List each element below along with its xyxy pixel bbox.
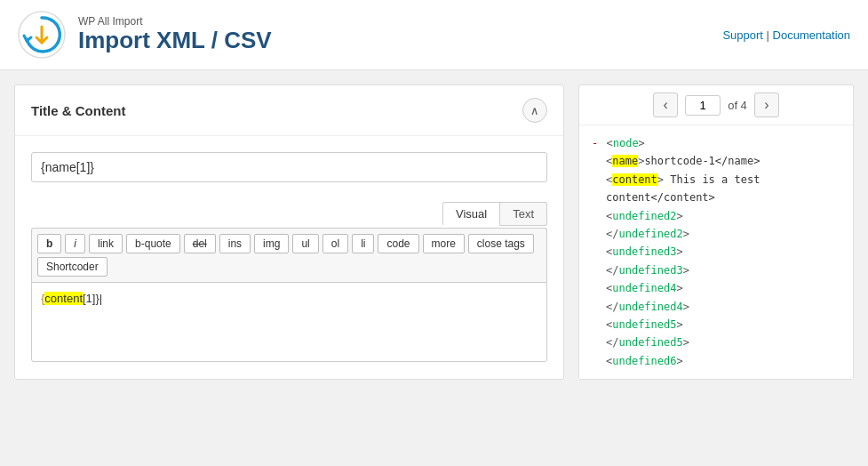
left-panel: Title & Content ∧ {name[1]} Visual Text … [14,84,564,380]
toolbar-btn-close-tags[interactable]: close tags [468,234,534,253]
nav-next-button[interactable]: › [754,92,779,117]
toolbar-btn-img[interactable]: img [254,234,289,253]
xml-undefined5-close-tag: undefined5 [618,336,682,349]
editor-toolbar: b i link b-quote del ins img ul ol li co… [31,228,547,282]
toolbar-btn-li[interactable]: li [352,234,374,253]
nav-prev-button[interactable]: ‹ [653,92,678,117]
toolbar-btn-del[interactable]: del [184,234,216,253]
xml-undefined5-open: <undefined5> [592,316,840,333]
editor-tabs: Visual Text [31,202,547,226]
panel-title: Title & Content [31,103,125,118]
content-field-rest: [1]}| [83,292,102,305]
xml-content-tag: content [612,173,657,186]
collapse-icon: ∧ [530,104,539,117]
xml-name-line: <name>shortcode-1</name> [592,152,840,170]
header-link-separator: | [767,28,773,42]
chevron-right-icon: › [764,97,768,113]
xml-undefined6-tag: undefined6 [612,355,676,367]
toolbar-btn-shortcoder[interactable]: Shortcoder [37,257,108,277]
xml-undefined5-tag: undefined5 [612,318,676,331]
tab-text[interactable]: Text [500,202,547,226]
toolbar-btn-bquote[interactable]: b-quote [126,234,180,253]
xml-content-line: <content> This is a test content</conten… [592,171,840,207]
title-field-index: [1]} [76,160,94,174]
editor-area[interactable]: {content[1]}| [31,282,547,362]
header-left: WP All Import Import XML / CSV [18,11,272,59]
xml-undefined3-open: <undefined3> [592,243,840,261]
toolbar-btn-more[interactable]: more [423,234,465,253]
chevron-left-icon: ‹ [663,97,667,113]
collapse-button[interactable]: ∧ [522,98,547,123]
xml-undefined4-open: <undefined4> [592,279,840,297]
xml-undefined3-close-tag: undefined3 [618,264,682,277]
title-field-name: name [45,160,76,174]
xml-undefined4-close-tag: undefined4 [618,301,682,313]
panel-header: Title & Content ∧ [15,85,563,136]
page-of-label: of 4 [728,99,747,112]
xml-undefined4-tag: undefined4 [612,282,676,294]
header-links: Support | Documentation [722,28,850,42]
logo-icon [18,11,66,59]
xml-viewer[interactable]: - <node> <name>shortcode-1</name> <conte… [579,125,853,379]
toolbar-btn-italic[interactable]: i [65,234,85,253]
xml-undefined3-tag: undefined3 [612,245,676,258]
panel-body: {name[1]} Visual Text b i link b-quote d… [15,136,563,378]
toolbar-btn-ul[interactable]: ul [292,234,318,253]
toolbar-btn-ins[interactable]: ins [219,234,251,253]
content-field-name: content [44,292,83,305]
header-title: Import XML / CSV [78,28,272,54]
support-link[interactable]: Support [722,28,763,42]
xml-undefined3-close: </undefined3> [592,261,840,279]
toolbar-btn-bold[interactable]: b [37,234,61,253]
title-input-field[interactable]: {name[1]} [31,152,547,182]
page-number-input[interactable] [685,95,721,116]
documentation-link[interactable]: Documentation [773,28,850,42]
xml-undefined4-close: </undefined4> [592,298,840,316]
xml-undefined5-close: </undefined5> [592,333,840,351]
tab-visual[interactable]: Visual [442,202,500,226]
xml-root-tag: node [613,137,639,149]
xml-undefined6-open: <undefined6> [592,352,840,370]
main-content: Title & Content ∧ {name[1]} Visual Text … [0,70,868,394]
toolbar-btn-link[interactable]: link [89,234,123,253]
header-title-block: WP All Import Import XML / CSV [78,15,272,54]
toolbar-btn-code[interactable]: code [378,234,418,253]
app-header: WP All Import Import XML / CSV Support |… [0,0,868,70]
editor-content: {content[1]}| [41,292,102,305]
xml-root-line: - <node> [592,134,840,152]
xml-undefined2-tag: undefined2 [612,210,676,222]
xml-undefined2-open: <undefined2> [592,207,840,225]
xml-name-tag: name [612,155,638,167]
xml-undefined2-close-tag: undefined2 [618,228,682,240]
toolbar-btn-ol[interactable]: ol [323,234,348,253]
right-panel: ‹ of 4 › - <node> <name>shortcode-1</nam… [578,84,854,380]
xml-undefined2-close: </undefined2> [592,225,840,243]
header-subtitle: WP All Import [78,15,272,28]
xml-nav: ‹ of 4 › [579,85,853,125]
xml-minus-icon: - [592,137,598,149]
